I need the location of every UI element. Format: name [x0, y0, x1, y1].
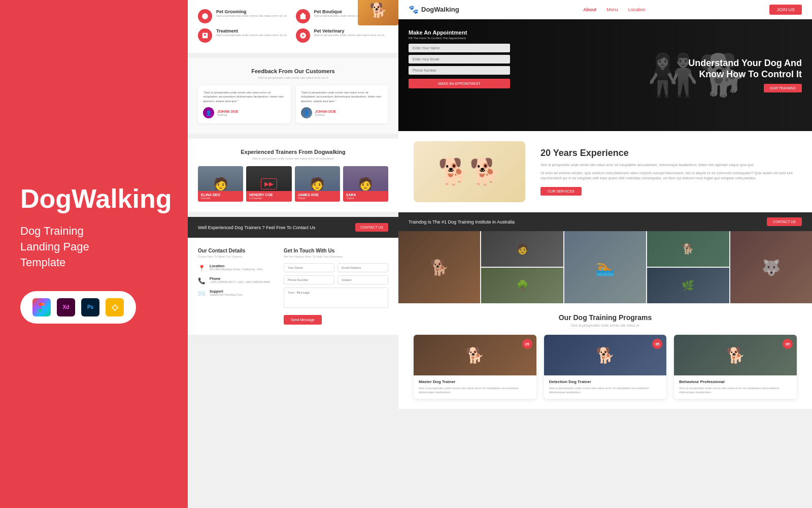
- right-panel: 🐾 DogWalking About Menu Location JOIN US…: [398, 0, 812, 508]
- feedback-title: Feedback From Our Customers: [198, 68, 388, 74]
- program-img-1: 🐕: [414, 335, 536, 375]
- institute-text: Traindog Is The #1 Dog Training Institut…: [409, 219, 515, 225]
- author-city-1: Sydney: [217, 113, 239, 116]
- name-input[interactable]: [284, 263, 334, 272]
- author-avatar-2: 👤: [301, 107, 312, 118]
- hero-email-input[interactable]: [409, 55, 510, 64]
- support-label: Support: [210, 290, 243, 293]
- service-item-grooming: Pet Grooming Sed ut perspiciatis unde om…: [198, 9, 291, 23]
- support-value: Support@Traindog.Com: [210, 293, 243, 296]
- trainers-grid: 🧑 ELINA DEO Founder ▶▶ HENDRY COE Co-fou…: [198, 166, 388, 202]
- nav-link-menu[interactable]: Menu: [606, 7, 618, 12]
- boutique-icon: [296, 9, 310, 23]
- experience-title: 20 Years Experience: [540, 148, 797, 158]
- xd-icon: Xd: [57, 298, 75, 316]
- brand-title: DogWalking: [20, 184, 167, 213]
- programs-section: Our Dog Training Programs Sed ut perspic…: [398, 303, 812, 409]
- gallery-item-1: 🐕: [398, 231, 480, 303]
- contact-phone: 📞 Phone +(00) 236558 9977 / (00) +(00) 2…: [198, 277, 274, 284]
- phone-value: +(00) 236558 9977 / (00) +(00) 236558 99…: [210, 280, 270, 283]
- service-name-grooming: Pet Grooming: [216, 9, 287, 14]
- nav-link-location[interactable]: Location: [628, 7, 646, 12]
- author-city-2: Sydney: [315, 113, 336, 116]
- program-img-2: 🐕: [544, 335, 667, 375]
- trainer-name-4: SARA: [346, 193, 385, 197]
- nav-links: About Menu Location: [583, 7, 646, 12]
- programs-title: Our Dog Training Programs: [414, 313, 797, 322]
- program-name-2: Detection Dog Trainer: [549, 379, 662, 384]
- program-card-3: 🐕 05 Behaviour Professional Sed ut persp…: [674, 335, 797, 399]
- service-desc-grooming: Sed ut perspiciatis unde omnis site natu…: [216, 14, 287, 18]
- location-label: Location: [210, 264, 263, 268]
- trainer-card-1: 🧑 ELINA DEO Founder: [198, 166, 243, 202]
- location-icon: 📍: [198, 265, 206, 272]
- trainer-role-1: Founder: [201, 197, 240, 200]
- author-avatar-1: 👤: [203, 107, 214, 118]
- nav-bar: 🐾 DogWalking About Menu Location JOIN US: [398, 0, 812, 19]
- contact-section: Our Contact Details Come Here To Meet Ou…: [188, 238, 398, 335]
- testimonial-card-1: "Sed ut perspiciatis unde omnis site nat…: [198, 85, 291, 123]
- service-desc-vet: Sed ut perspiciatis unde omnis site natu…: [314, 34, 385, 38]
- hero-phone-input[interactable]: [409, 66, 510, 75]
- nav-logo: 🐾 DogWalking: [409, 5, 459, 14]
- left-panel: DogWalking Dog TrainingLanding PageTempl…: [0, 0, 188, 508]
- gallery-section: 🐕 🧑 🌳 🏊 🐕 🌿 🐺: [398, 231, 812, 303]
- location-value: 824 Bel Meadow Drive, California, USA: [210, 268, 263, 271]
- gallery-item-3: 🌳: [481, 268, 563, 303]
- program-desc-1: Sed ut perspiciatis unde omnis site natu…: [419, 386, 531, 395]
- message-input[interactable]: [284, 288, 388, 308]
- ps-icon: Ps: [81, 298, 99, 316]
- sketch-icon: ◇: [106, 298, 124, 316]
- trainer-name-2: HENDRY COE: [249, 193, 288, 197]
- hero-tagline-btn[interactable]: OUR TRAINING: [764, 84, 802, 92]
- logo-text: DogWalking: [421, 6, 459, 13]
- service-name-treatment: Treatment: [216, 28, 287, 34]
- trainer-card-4: 🧑 SARA Trainer: [343, 166, 388, 202]
- contact-location: 📍 Location 824 Bel Meadow Drive, Califor…: [198, 264, 274, 272]
- contact-details: Our Contact Details Come Here To Meet Ou…: [198, 248, 274, 325]
- testimonial-text-2: "Sed ut perspiciatis unde omnis site nat…: [301, 90, 384, 103]
- feedback-subtitle: Sed ut perspiciatis unde omnis site natu…: [198, 76, 388, 79]
- experience-section: 🐕🐕 20 Years Experience Sed ut perspiciat…: [398, 131, 812, 212]
- hero-form: Make An Appointment Fill The Form To Con…: [409, 29, 510, 88]
- gallery-item-2: 🧑: [481, 231, 563, 267]
- treatment-icon: [198, 28, 212, 43]
- experience-desc2: Ut enim ad minima veniam, quis nostrum e…: [540, 171, 797, 181]
- service-desc-treatment: Sed ut perspiciatis unde omnis site natu…: [216, 34, 287, 38]
- trainer-role-2: Co-founder: [249, 197, 288, 200]
- program-badge-3: 05: [783, 339, 793, 349]
- service-item-vet: Pet Veterinary Sed ut perspiciatis unde …: [296, 28, 389, 43]
- experience-desc1: Sed ut perspiciatis unde omnis site natu…: [540, 163, 797, 168]
- author-name-1: JOHNN DOE: [217, 110, 239, 113]
- gallery-item-4: 🏊: [564, 231, 646, 303]
- phone-input[interactable]: [284, 275, 334, 284]
- trainer-role-3: Trainer: [298, 197, 337, 200]
- trainers-section: Experienced Trainers From Dogwalking Sed…: [188, 139, 398, 212]
- subject-input[interactable]: [337, 275, 388, 284]
- hero-name-input[interactable]: [409, 44, 510, 52]
- brand-subtitle: Dog TrainingLanding PageTemplate: [20, 224, 167, 270]
- nav-cta-btn[interactable]: JOIN US: [769, 5, 802, 15]
- program-card-2: 🐕 05 Detection Dog Trainer Sed ut perspi…: [544, 335, 667, 399]
- hero-tagline-text: Understand Your Dog And Know How To Cont…: [675, 58, 802, 80]
- experience-text: 20 Years Experience Sed ut perspiciatis …: [540, 148, 797, 196]
- hero-form-title: Make An Appointment: [409, 29, 510, 36]
- feedback-section: Feedback From Our Customers Sed ut persp…: [188, 58, 398, 134]
- nav-link-about[interactable]: About: [583, 7, 596, 12]
- institute-btn[interactable]: CONTACT US: [767, 217, 802, 226]
- institute-banner: Traindog Is The #1 Dog Training Institut…: [398, 212, 812, 231]
- experience-btn[interactable]: OUR SERVICES: [540, 187, 582, 196]
- trainer-name-1: ELINA DEO: [201, 193, 240, 197]
- hero-tagline: Understand Your Dog And Know How To Cont…: [675, 58, 802, 92]
- contact-form-subtitle: We Are Always Here To Help Your Business: [284, 255, 388, 258]
- email-input[interactable]: [337, 263, 388, 272]
- phone-label: Phone: [210, 277, 270, 280]
- gallery-item-7: 🐺: [730, 231, 812, 303]
- contact-banner-btn[interactable]: CONTACT US: [355, 223, 388, 232]
- dog-corner-image: 🐕: [358, 0, 398, 25]
- hero-submit-btn[interactable]: MAKE AN APPOINTMENT: [409, 79, 510, 88]
- program-img-3: 🐕: [674, 335, 797, 375]
- phone-icon: 📞: [198, 277, 206, 284]
- program-name-1: Master Dog Trainer: [419, 379, 531, 384]
- send-btn[interactable]: Send Message: [284, 315, 322, 325]
